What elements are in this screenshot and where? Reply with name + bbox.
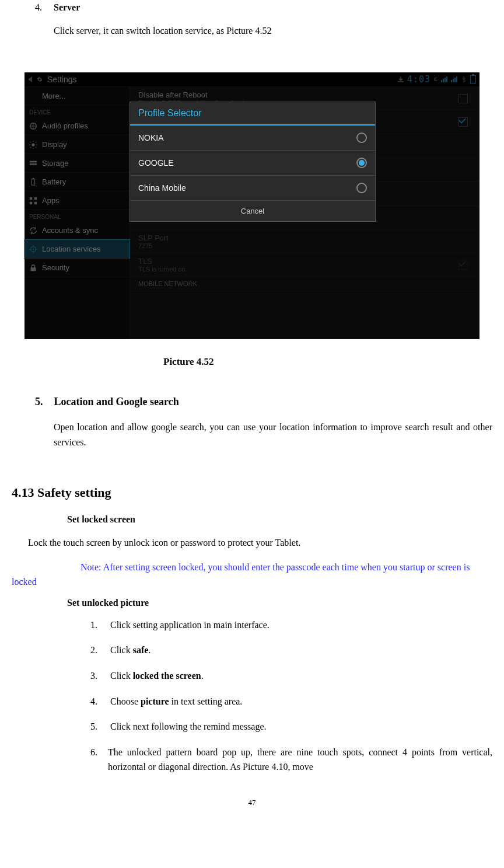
profile-selector-dialog: Profile Selector NOKIA GOOGLE China Mobi… — [130, 102, 376, 222]
step-4: 4. Choose picture in text setting area. — [90, 694, 492, 709]
radio-icon[interactable] — [356, 133, 367, 143]
steps-list: 1. Click setting application in main int… — [90, 618, 492, 775]
dialog-option-nokia[interactable]: NOKIA — [130, 126, 375, 151]
step-6: 6. The unlocked pattern board pop up, th… — [90, 745, 492, 775]
list-title-server: Server — [54, 2, 80, 12]
list-num-4: 4. — [35, 2, 51, 13]
dialog-option-chinamobile[interactable]: China Mobile — [130, 176, 375, 201]
list-num-5: 5. — [35, 396, 51, 408]
note-blue: Note: After setting screen locked, you s… — [12, 560, 492, 590]
dialog-option-google[interactable]: GOOGLE — [130, 151, 375, 176]
figure-caption: Picture 4.52 — [163, 356, 492, 368]
page-number: 47 — [12, 798, 492, 807]
dialog-cancel-button[interactable]: Cancel — [130, 201, 375, 221]
list-title-location: Location and Google search — [54, 396, 179, 407]
sub-set-unlocked: Set unlocked picture — [67, 598, 492, 608]
radio-icon[interactable] — [356, 183, 367, 193]
step-1: 1. Click setting application in main int… — [90, 618, 492, 633]
sub-set-locked: Set locked screen — [67, 514, 492, 525]
lock-line: Lock the touch screen by unlock icon or … — [28, 538, 492, 548]
dialog-title: Profile Selector — [130, 102, 375, 126]
heading-413: 4.13 Safety setting — [12, 485, 492, 500]
server-body: Click server, it can switch location ser… — [54, 25, 492, 37]
step-3: 3. Click locked the screen. — [90, 668, 492, 684]
step-2: 2. Click safe. — [90, 643, 492, 658]
screenshot-figure: Settings 4:03 E More... DEVICE Audio pro… — [24, 72, 480, 339]
step-5: 5. Click next following the remind messa… — [90, 719, 492, 734]
location-body: Open location and allow google search, y… — [54, 420, 492, 449]
list-item-4: 4. Server — [35, 2, 492, 13]
radio-selected-icon[interactable] — [356, 158, 367, 168]
list-item-5: 5. Location and Google search — [35, 396, 492, 408]
